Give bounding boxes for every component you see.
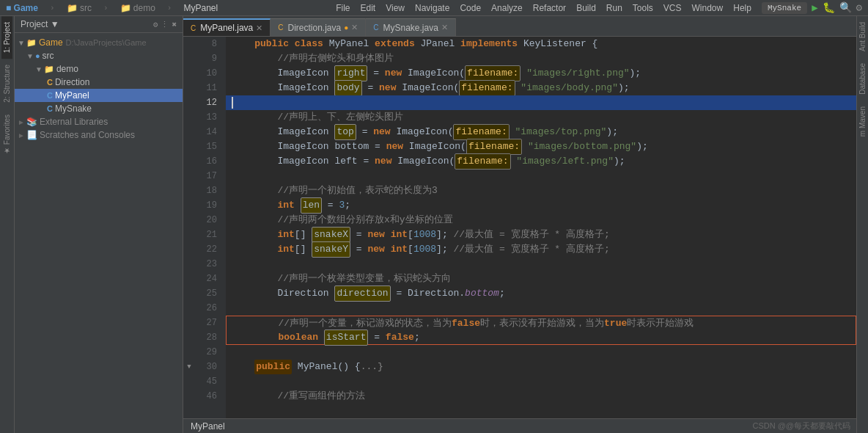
menu-window[interactable]: Window bbox=[692, 3, 724, 13]
linenum-13: 13 bbox=[195, 110, 221, 125]
sidebar-settings-icon[interactable]: ⚙ bbox=[153, 20, 158, 29]
gutter-24 bbox=[183, 272, 195, 286]
linenum-20: 20 bbox=[195, 213, 221, 228]
sidebar-title: Project ▼ bbox=[21, 19, 59, 29]
tree-item-direction[interactable]: C Direction bbox=[15, 76, 183, 89]
debug-btn[interactable]: 🐛 bbox=[823, 1, 835, 14]
code-line-29 bbox=[226, 345, 856, 360]
left-vtab-structure[interactable]: 2: Structure bbox=[1, 59, 12, 109]
right-tab-maven[interactable]: m Maven bbox=[857, 101, 868, 142]
code-line-12 bbox=[226, 95, 856, 110]
tab-direction-close[interactable]: ✕ bbox=[351, 23, 358, 32]
sidebar-close-icon[interactable]: ✖ bbox=[172, 20, 177, 29]
breadcrumb-src: 📁 src bbox=[67, 3, 92, 13]
gutter-30: ▼ bbox=[183, 360, 195, 374]
tree-item-demo[interactable]: ▼ 📁 demo bbox=[15, 62, 183, 76]
menu-tools[interactable]: Tools bbox=[633, 3, 653, 13]
code-line-14: ImageIcon top = new ImageIcon(filename: … bbox=[226, 125, 856, 139]
gear-btn[interactable]: ⚙ bbox=[856, 1, 862, 14]
code-line-9: //声明右侧蛇头和身体图片 bbox=[226, 51, 856, 66]
tree-item-mysnake[interactable]: C MySnake bbox=[15, 102, 183, 115]
tree-item-mypanel[interactable]: C MyPanel bbox=[15, 89, 183, 102]
code-line-26 bbox=[226, 301, 856, 316]
menu-file[interactable]: File bbox=[336, 3, 350, 13]
menu-help[interactable]: Help bbox=[733, 3, 751, 13]
gutter-8 bbox=[183, 37, 195, 51]
tree-item-scratches[interactable]: ► 📃 Scratches and Consoles bbox=[15, 128, 183, 142]
menu-refactor[interactable]: Refactor bbox=[533, 3, 566, 13]
linenum-21: 21 bbox=[195, 228, 221, 242]
linenum-27: 27 bbox=[195, 316, 221, 330]
gutter: ▼ bbox=[183, 37, 195, 418]
menu-navigate[interactable]: Navigate bbox=[415, 3, 449, 13]
menu-code[interactable]: Code bbox=[460, 3, 481, 13]
code-line-23 bbox=[226, 257, 856, 272]
linenum-45: 45 bbox=[195, 374, 221, 389]
tab-mypanel-close[interactable]: ✕ bbox=[256, 23, 262, 33]
gutter-22 bbox=[183, 242, 195, 257]
left-vertical-tabs: 1: Project 2: Structure ★ Favorites bbox=[0, 16, 15, 433]
gutter-23 bbox=[183, 257, 195, 272]
tree-item-src[interactable]: ▼ ● src bbox=[15, 49, 183, 62]
menu-run[interactable]: Run bbox=[606, 3, 622, 13]
linenum-25: 25 bbox=[195, 286, 221, 301]
fold-icon-30[interactable]: ▼ bbox=[187, 363, 191, 371]
menu-analyze[interactable]: Analyze bbox=[491, 3, 523, 13]
gutter-14 bbox=[183, 125, 195, 139]
run-btn[interactable]: ▶ bbox=[812, 1, 817, 14]
gutter-46 bbox=[183, 389, 195, 404]
project-sidebar: Project ▼ ⚙ ⋮ ✖ ▼ 📁 Game D:\JavaProjects… bbox=[15, 16, 183, 433]
editor-area: C MyPanel.java ✕ C Direction.java ● ✕ C … bbox=[183, 16, 856, 433]
menu-build[interactable]: Build bbox=[576, 3, 596, 13]
code-line-13: //声明上、下、左侧蛇头图片 bbox=[226, 110, 856, 125]
gutter-27 bbox=[183, 316, 195, 330]
tree-item-ext-libs[interactable]: ► 📚 External Libraries bbox=[15, 115, 183, 128]
gutter-29 bbox=[183, 345, 195, 360]
linenum-22: 22 bbox=[195, 242, 221, 257]
tab-direction-modified: ● bbox=[344, 23, 348, 32]
tab-mysnake-icon: C bbox=[373, 23, 378, 32]
tab-direction[interactable]: C Direction.java ● ✕ bbox=[271, 18, 366, 36]
linenum-16: 16 bbox=[195, 154, 221, 169]
gutter-21 bbox=[183, 228, 195, 242]
tab-mypanel-label: MyPanel.java bbox=[200, 23, 253, 33]
linenum-15: 15 bbox=[195, 139, 221, 154]
gutter-20 bbox=[183, 213, 195, 228]
linenum-8: 8 bbox=[195, 37, 221, 51]
tab-mysnake[interactable]: C MySnake.java ✕ bbox=[366, 18, 456, 36]
linenum-46: 46 bbox=[195, 389, 221, 404]
tab-mypanel[interactable]: C MyPanel.java ✕ bbox=[183, 18, 271, 36]
code-line-25: Direction direction = Direction.bottom; bbox=[226, 286, 856, 301]
left-vtab-project[interactable]: 1: Project bbox=[1, 16, 12, 59]
code-line-28: boolean isStart = false; bbox=[226, 330, 856, 345]
tab-bar: C MyPanel.java ✕ C Direction.java ● ✕ C … bbox=[183, 16, 856, 37]
tab-mypanel-icon: C bbox=[191, 24, 196, 32]
line-numbers: 8 9 10 11 12 13 14 15 16 17 18 19 20 21 … bbox=[195, 37, 226, 418]
code-editor: ▼ 8 9 10 11 12 13 14 15 16 17 18 19 20 2 bbox=[183, 37, 856, 418]
menu-vcs[interactable]: VCS bbox=[663, 3, 682, 13]
project-tree: ▼ 📁 Game D:\JavaProjects\Game ▼ ● src ▼ … bbox=[15, 33, 183, 433]
code-line-22: int[] snakeY = new int[1008]; //最大值 = 宽度… bbox=[226, 242, 856, 257]
gutter-11 bbox=[183, 81, 195, 95]
linenum-17: 17 bbox=[195, 169, 221, 183]
linenum-30: 30 bbox=[195, 360, 221, 374]
watermark: CSDN @@每天都要敲代码 bbox=[752, 421, 856, 432]
sidebar-expand-icon[interactable]: ⋮ bbox=[161, 20, 169, 29]
tab-mysnake-close[interactable]: ✕ bbox=[441, 23, 448, 32]
code-line-21: int[] snakeX = new int[1008]; //最大值 = 宽度… bbox=[226, 228, 856, 242]
cursor bbox=[232, 97, 233, 109]
right-tab-database[interactable]: Database bbox=[857, 57, 868, 101]
gutter-16 bbox=[183, 154, 195, 169]
tree-item-game[interactable]: ▼ 📁 Game D:\JavaProjects\Game bbox=[15, 36, 183, 49]
left-vtab-favorites[interactable]: ★ Favorites bbox=[1, 109, 12, 161]
menu-view[interactable]: View bbox=[386, 3, 405, 13]
menu-edit[interactable]: Edit bbox=[361, 3, 376, 13]
gutter-9 bbox=[183, 51, 195, 66]
linenum-26: 26 bbox=[195, 301, 221, 316]
gutter-28 bbox=[183, 330, 195, 345]
code-line-45 bbox=[226, 374, 856, 389]
right-tab-ant[interactable]: Ant Build bbox=[857, 16, 868, 57]
code-content[interactable]: public class MyPanel extends JPanel impl… bbox=[226, 37, 856, 418]
search-btn[interactable]: 🔍 bbox=[839, 1, 852, 14]
gutter-10 bbox=[183, 66, 195, 81]
